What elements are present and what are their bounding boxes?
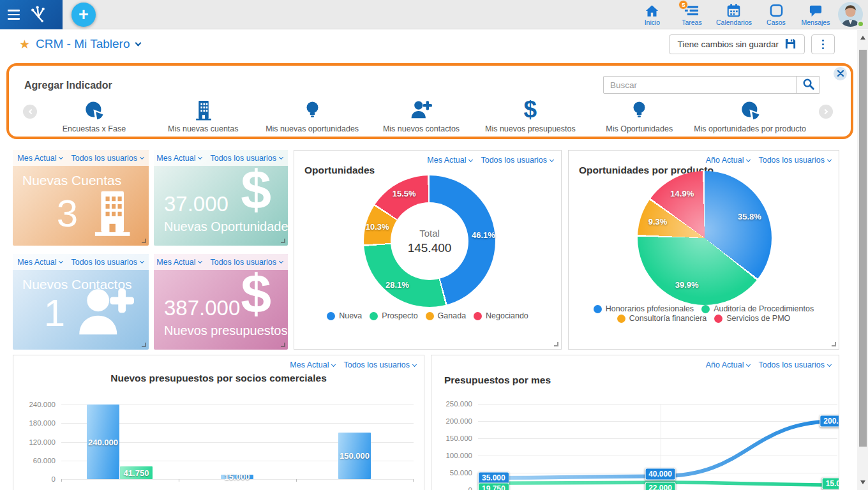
scroll-down-arrow[interactable] (857, 478, 868, 487)
legend-label: Honorarios pfofesionales (606, 304, 694, 313)
users-filter-label: Todos los usuarios (758, 156, 825, 165)
user-avatar[interactable] (838, 2, 863, 27)
kpi-title: Nuevas Cuentas (22, 173, 121, 188)
y-axis-tick: 0 (468, 486, 472, 490)
close-panel-button[interactable] (834, 67, 847, 80)
app-logo-icon[interactable] (27, 3, 49, 27)
vertical-scrollbar[interactable] (857, 30, 868, 490)
donut-total-label: Total (419, 228, 440, 239)
scrollbar-thumb[interactable] (859, 50, 867, 447)
nav-item-calendarios[interactable]: Calendarios (716, 3, 752, 26)
kpi-title: Nuevas Oportunidades (164, 219, 288, 234)
bar: 41.750 (120, 466, 153, 479)
title-bar: ★ CRM - Mi Tablero Tiene cambios sin gua… (0, 30, 857, 59)
bar-value-label: 240.000 (88, 437, 118, 447)
dollar-icon: $ (241, 268, 271, 320)
indicator-item-encuestas-x-fase[interactable]: Encuestas x Fase (40, 91, 149, 133)
building-icon (193, 97, 214, 121)
y-axis-tick: 250.000 (445, 400, 472, 408)
legend-dot (701, 305, 710, 313)
indicator-item-mis-nuevas-cuentas[interactable]: Mis nuevas cuentas (149, 91, 258, 133)
legend-item: Prospecto (370, 311, 417, 320)
legend-label: Consultoría financiera (629, 314, 707, 323)
period-filter[interactable]: Mes Actual (290, 360, 335, 369)
indicator-label: Mis nuevos contactos (383, 124, 460, 133)
person-add-icon (410, 97, 433, 121)
kpi-value-row: 1 (44, 283, 136, 343)
users-filter[interactable]: Todos los usuarios (71, 154, 144, 163)
resize-handle[interactable] (281, 239, 285, 243)
resize-handle[interactable] (554, 342, 558, 346)
chart-title: Nuevos presupuestos por socios comercial… (13, 373, 424, 384)
legend-item: Negociando (474, 311, 528, 320)
indicator-item-mis-nuevos-contactos[interactable]: Mis nuevos contactos (367, 91, 476, 133)
period-filter[interactable]: Mes Actual (17, 258, 63, 267)
indicator-item-mis-oportunidades-por-producto[interactable]: Mis oportunidades por producto (694, 91, 806, 133)
hamburger-menu-icon[interactable] (8, 10, 20, 19)
point-label: 35.000 (478, 472, 509, 484)
indicator-item-mis-nuevos-presupuestos[interactable]: $ Mis nuevos presupuestos (475, 91, 585, 133)
users-filter-label: Todos los usuarios (71, 154, 137, 163)
unsaved-changes-save-button[interactable]: Tiene cambios sin guardar (669, 34, 805, 54)
period-filter[interactable]: Mes Actual (427, 156, 472, 165)
lightbulb-icon (302, 97, 323, 121)
period-filter[interactable]: Mes Actual (156, 258, 202, 267)
period-filter[interactable]: Mes Actual (17, 154, 63, 163)
indicator-label: Mis nuevos presupuestos (485, 124, 576, 133)
indicator-item-mis-oportunidades[interactable]: Mis Oportunidades (585, 91, 694, 133)
resize-handle[interactable] (142, 343, 146, 347)
period-filter[interactable]: Año Actual (706, 156, 751, 165)
users-filter[interactable]: Todos los usuarios (758, 360, 831, 369)
nav-item-casos[interactable]: Casos (761, 3, 791, 26)
point-label: 19.750 (478, 483, 509, 490)
period-filter-label: Año Actual (706, 360, 744, 369)
chart-card-presupuestos-por-mes: Año Actual Todos los usuarios Presupuest… (431, 355, 839, 490)
bar: 240.000 (87, 405, 119, 479)
period-filter[interactable]: Año Actual (706, 360, 751, 369)
period-filter[interactable]: Mes Actual (156, 154, 202, 163)
indicator-item-mis-nuevas-oportunidades[interactable]: Mis nuevas oportunidades (258, 91, 367, 133)
nav-item-mensajes[interactable]: Mensajes (800, 3, 831, 26)
period-filter-label: Año Actual (706, 156, 744, 165)
nav-item-tareas[interactable]: 5 Tareas (677, 3, 707, 26)
period-filter-label: Mes Actual (156, 258, 195, 267)
users-filter[interactable]: Todos los usuarios (71, 258, 144, 267)
users-filter[interactable]: Todos los usuarios (343, 360, 416, 369)
add-button[interactable]: + (71, 3, 96, 27)
users-filter-label: Todos los usuarios (71, 258, 137, 267)
point-label: 40.000 (645, 468, 676, 480)
chart-filters: Mes Actual Todos los usuarios (427, 156, 553, 165)
resize-handle[interactable] (832, 342, 836, 346)
kpi-card-nuevas-oportunidades: Mes Actual Todos los usuarios $ 37.000 N… (154, 150, 288, 246)
kpi-value: 1 (44, 294, 65, 332)
carousel-right-arrow[interactable] (819, 105, 833, 119)
chevron-down-icon (468, 157, 473, 161)
slice-label: 46.1% (472, 230, 495, 239)
indicator-carousel: Encuestas x Fase Mis nuevas cuentas Mis … (40, 91, 806, 133)
top-bar: + Inicio 5 Tareas Calendarios Casos (0, 0, 868, 29)
favorite-star-icon[interactable]: ★ (19, 38, 30, 50)
legend-item: Auditoría de Procedimientos (701, 304, 814, 313)
kpi-filters: Mes Actual Todos los usuarios (13, 254, 149, 270)
y-axis-tick: 150.000 (445, 434, 472, 442)
users-filter[interactable]: Todos los usuarios (481, 156, 553, 165)
users-filter[interactable]: Todos los usuarios (758, 156, 831, 165)
resize-handle[interactable] (142, 239, 146, 243)
nav-item-inicio[interactable]: Inicio (637, 3, 668, 26)
indicator-label: Encuestas x Fase (63, 124, 126, 133)
y-axis-tick: 180.000 (29, 419, 56, 427)
lightbulb-icon (629, 97, 650, 121)
resize-handle[interactable] (281, 343, 285, 347)
legend-dot (327, 312, 335, 320)
carousel-left-arrow[interactable] (23, 105, 37, 119)
more-options-button[interactable] (811, 34, 835, 54)
chevron-down-icon (140, 259, 144, 264)
chevron-down-icon (59, 155, 63, 160)
legend-label: Ganada (438, 311, 466, 320)
users-filter-label: Todos los usuarios (481, 156, 547, 165)
dashboard-title-menu[interactable]: ★ CRM - Mi Tablero (19, 37, 140, 51)
scroll-up-arrow[interactable] (857, 33, 868, 42)
chevron-down-icon (198, 259, 202, 264)
bar-value-label: 150.000 (340, 451, 370, 461)
chevron-down-icon (746, 157, 751, 161)
